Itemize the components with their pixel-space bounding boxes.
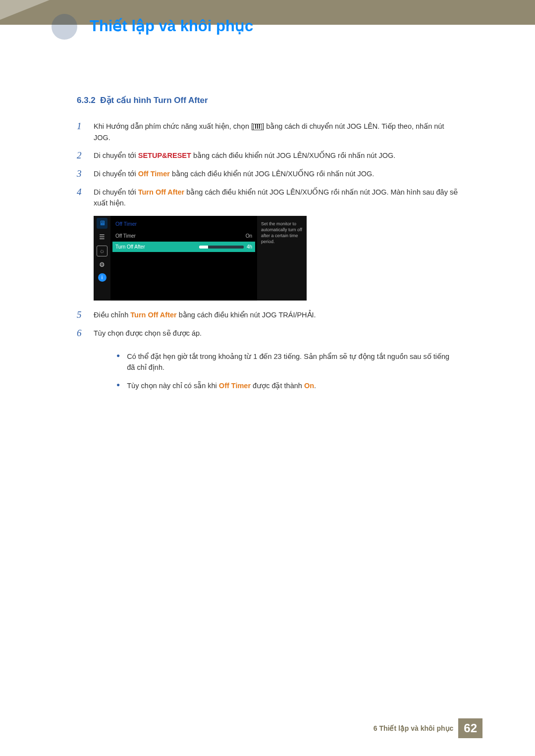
osd-row-turn-off-after: Turn Off After 4h <box>112 242 255 252</box>
step-number: 1 <box>77 121 94 143</box>
bold-setup-reset: SETUP&RESET <box>138 151 191 159</box>
bold-turn-off-after: Turn Off After <box>138 188 184 196</box>
main-content: 6.3.2 Đặt cấu hình Turn Off After 1 Khi … <box>77 94 458 398</box>
chapter-badge <box>52 14 77 40</box>
step-number: 2 <box>77 150 94 161</box>
osd-description: Set the monitor to automatically turn of… <box>257 216 307 301</box>
step-text: Tùy chọn được chọn sẽ được áp. <box>94 328 458 339</box>
osd-label: Turn Off After <box>115 243 145 251</box>
header-bar <box>0 0 535 25</box>
monitor-icon: 🖥 <box>97 218 107 229</box>
bold-off-timer: Off Timer <box>219 382 251 390</box>
page-title: Thiết lập và khôi phục <box>90 17 253 35</box>
step-number: 3 <box>77 168 94 180</box>
section-number: 6.3.2 <box>77 96 96 105</box>
osd-tab-strip: 🖥 ☰ ☼ ⚙ i <box>94 216 110 301</box>
footer-chapter-label: 6 Thiết lập và khôi phục <box>374 724 454 732</box>
step-text: Di chuyển tới Turn Off After bằng cách đ… <box>94 187 458 209</box>
notes-block: ● Có thể đặt hẹn giờ tắt trong khoảng từ… <box>116 351 458 391</box>
bullet-icon: ● <box>116 380 120 391</box>
info-icon: i <box>98 273 107 282</box>
note-item: ● Tùy chọn này chỉ có sẵn khi Off Timer … <box>116 380 458 391</box>
step-2: 2 Di chuyển tới SETUP&RESET bằng cách đi… <box>77 150 458 161</box>
osd-value: 4h <box>247 244 252 250</box>
note-item: ● Có thể đặt hẹn giờ tắt trong khoảng từ… <box>116 351 458 373</box>
brightness-icon: ☼ <box>97 246 107 256</box>
osd-screenshot: 🖥 ☰ ☼ ⚙ i Off Timer Off Timer On Turn Of… <box>94 216 458 301</box>
step-number: 4 <box>77 187 94 209</box>
step-3: 3 Di chuyển tới Off Timer bằng cách điều… <box>77 168 458 180</box>
gear-icon: ⚙ <box>97 259 107 270</box>
page-footer: 6 Thiết lập và khôi phục 62 <box>0 718 535 738</box>
step-5: 5 Điều chỉnh Turn Off After bằng cách đi… <box>77 309 458 321</box>
step-number: 6 <box>77 328 94 339</box>
step-1: 1 Khi Hướng dẫn phím chức năng xuất hiện… <box>77 121 458 143</box>
step-text: Điều chỉnh Turn Off After bằng cách điều… <box>94 309 458 321</box>
osd-panel: 🖥 ☰ ☼ ⚙ i Off Timer Off Timer On Turn Of… <box>94 216 307 301</box>
osd-empty-area <box>115 252 252 297</box>
step-4: 4 Di chuyển tới Turn Off After bằng cách… <box>77 187 458 209</box>
bullet-icon: ● <box>116 351 120 373</box>
bold-on: On <box>304 382 314 390</box>
step-6: 6 Tùy chọn được chọn sẽ được áp. <box>77 328 458 339</box>
step-number: 5 <box>77 309 94 321</box>
slider-icon <box>199 246 244 249</box>
osd-label: Off Timer <box>115 232 136 240</box>
section-heading: 6.3.2 Đặt cấu hình Turn Off After <box>77 94 458 107</box>
osd-main-panel: Off Timer Off Timer On Turn Off After 4h <box>110 216 257 301</box>
note-text: Tùy chọn này chỉ có sẵn khi Off Timer đư… <box>127 380 316 391</box>
decorative-triangle <box>0 0 50 20</box>
osd-slider-wrap: 4h <box>199 243 252 251</box>
bold-turn-off-after: Turn Off After <box>130 311 176 319</box>
step-text: Di chuyển tới SETUP&RESET bằng cách điều… <box>94 150 458 161</box>
step-text: Di chuyển tới Off Timer bằng cách điều k… <box>94 168 458 180</box>
menu-icon <box>253 124 262 130</box>
page-number: 62 <box>458 718 482 738</box>
osd-value: On <box>246 232 252 240</box>
note-text: Có thể đặt hẹn giờ tắt trong khoảng từ 1… <box>127 351 458 373</box>
osd-row-off-timer: Off Timer On <box>115 231 252 242</box>
step-text: Khi Hướng dẫn phím chức năng xuất hiện, … <box>94 121 458 143</box>
section-title-text: Đặt cấu hình Turn Off After <box>100 96 208 105</box>
bold-off-timer: Off Timer <box>138 170 170 178</box>
list-icon: ☰ <box>97 232 107 243</box>
osd-heading: Off Timer <box>115 220 252 228</box>
